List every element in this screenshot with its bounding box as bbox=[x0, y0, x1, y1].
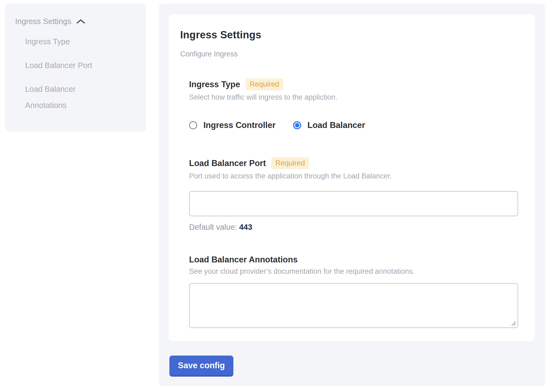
load-balancer-annotations-textarea[interactable] bbox=[189, 283, 518, 328]
default-value-line: Default value: 443 bbox=[189, 223, 519, 232]
sidebar-group-ingress-settings[interactable]: Ingress Settings bbox=[15, 17, 138, 26]
radio-label-load-balancer: Load Balancer bbox=[307, 120, 365, 130]
ingress-settings-card: Ingress Settings Configure Ingress Ingre… bbox=[169, 14, 535, 341]
lb-annotations-textarea-wrap bbox=[189, 283, 518, 328]
required-badge: Required bbox=[271, 157, 309, 169]
sidebar-item-load-balancer-port[interactable]: Load Balancer Port bbox=[25, 57, 114, 73]
page-title: Ingress Settings bbox=[180, 29, 519, 41]
section-load-balancer-port: Load Balancer Port Required Port used to… bbox=[189, 157, 519, 232]
radio-option-ingress-controller[interactable]: Ingress Controller bbox=[189, 120, 276, 130]
section-ingress-type: Ingress Type Required Select how traffic… bbox=[189, 78, 519, 130]
radio-icon-unselected[interactable] bbox=[189, 121, 197, 129]
main-panel: Ingress Settings Configure Ingress Ingre… bbox=[159, 4, 545, 386]
default-value: 443 bbox=[239, 223, 252, 231]
page-subtitle: Configure Ingress bbox=[180, 50, 519, 58]
lb-port-label: Load Balancer Port bbox=[189, 158, 266, 168]
chevron-up-icon[interactable] bbox=[76, 18, 85, 26]
settings-sidebar: Ingress Settings Ingress Type Load Balan… bbox=[5, 4, 146, 132]
load-balancer-port-input[interactable] bbox=[189, 191, 518, 216]
ingress-type-radio-group: Ingress Controller Load Balancer bbox=[189, 120, 519, 130]
form-sections: Ingress Type Required Select how traffic… bbox=[189, 78, 519, 328]
ingress-type-label: Ingress Type bbox=[189, 80, 240, 89]
lb-port-description: Port used to access the application thro… bbox=[189, 172, 519, 180]
section-load-balancer-annotations: Load Balancer Annotations See your cloud… bbox=[189, 255, 519, 328]
radio-option-load-balancer[interactable]: Load Balancer bbox=[293, 120, 365, 130]
lb-annotations-label: Load Balancer Annotations bbox=[189, 255, 298, 265]
sidebar-item-ingress-type[interactable]: Ingress Type bbox=[25, 33, 114, 50]
default-value-label: Default value: bbox=[189, 223, 237, 231]
ingress-type-description: Select how traffic will ingress to the a… bbox=[189, 93, 519, 102]
sidebar-items: Ingress Type Load Balancer Port Load Bal… bbox=[15, 33, 138, 113]
ingress-type-heading-row: Ingress Type Required bbox=[189, 78, 519, 90]
radio-icon-selected[interactable] bbox=[293, 121, 301, 129]
lb-annotations-description: See your cloud provider’s documentation … bbox=[189, 267, 519, 276]
resize-handle-icon[interactable] bbox=[510, 320, 517, 326]
required-badge: Required bbox=[246, 78, 283, 90]
lb-annotations-heading-row: Load Balancer Annotations bbox=[189, 255, 519, 265]
sidebar-item-load-balancer-annotations[interactable]: Load Balancer Annotations bbox=[25, 81, 114, 113]
save-config-button[interactable]: Save config bbox=[169, 356, 233, 377]
sidebar-group-label: Ingress Settings bbox=[15, 17, 71, 26]
lb-port-heading-row: Load Balancer Port Required bbox=[189, 157, 519, 169]
radio-label-ingress-controller: Ingress Controller bbox=[203, 120, 276, 130]
